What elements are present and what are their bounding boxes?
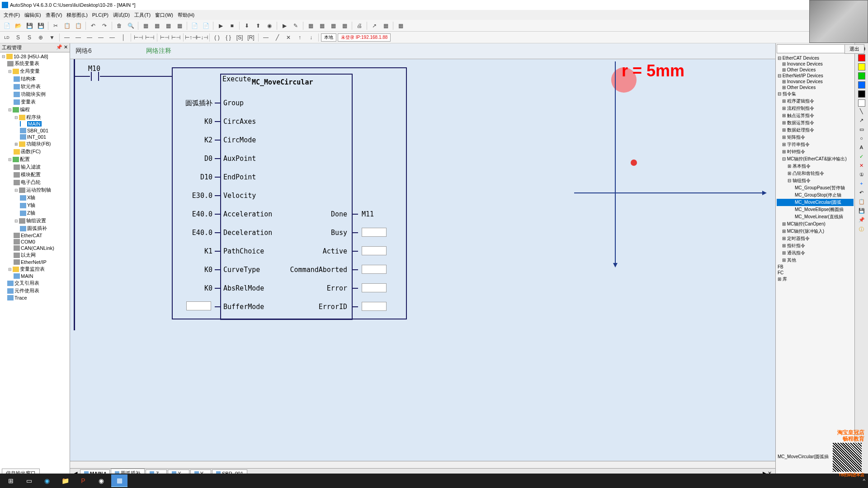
ld-pulse2[interactable]: ⊢↓⊣ [197, 33, 207, 42]
compare-icon[interactable]: ◉ [264, 21, 274, 31]
ld-coil1[interactable]: ( ) [212, 33, 222, 42]
search-icon[interactable]: 🔍 [126, 21, 136, 31]
ld-wire-h3[interactable]: — [85, 33, 94, 42]
upload-icon[interactable]: ⬆ [253, 21, 263, 31]
undo2-icon[interactable]: ↶ [858, 190, 866, 197]
ld-tool2[interactable]: S [13, 33, 23, 42]
ld-tool3[interactable]: S [24, 33, 34, 42]
ld-contact4[interactable]: ⊢⊣ [171, 33, 181, 42]
t5-icon[interactable]: ↗ [369, 21, 379, 31]
cut-icon[interactable]: ✂ [51, 21, 61, 31]
tool3-icon[interactable]: ▦ [163, 21, 173, 31]
ld-contact2[interactable]: ⊢⊣ [145, 33, 155, 42]
plus-icon[interactable]: + [858, 181, 866, 188]
print-icon[interactable]: 🖨 [354, 21, 364, 31]
obs-icon[interactable]: ◉ [93, 474, 109, 487]
menu-file[interactable]: 文件(F) [4, 12, 20, 19]
monitor-icon[interactable]: ▶ [279, 21, 289, 31]
text-tool-icon[interactable]: A [858, 145, 866, 152]
ld-coil2[interactable]: { } [223, 33, 233, 42]
undo-icon[interactable]: ↶ [88, 21, 98, 31]
ld-diag[interactable]: ╱ [272, 33, 282, 42]
tool5-icon[interactable]: 📄 [189, 21, 199, 31]
check-icon[interactable]: ✓ [858, 154, 866, 161]
panel-pin-icon[interactable]: 📌 ✕ [56, 44, 68, 51]
color-green[interactable] [858, 72, 865, 80]
ld-x[interactable]: ✕ [283, 33, 293, 42]
color-white[interactable] [858, 99, 865, 107]
tool-icon[interactable]: ▦ [141, 21, 151, 31]
ld-contact3[interactable]: ⊢⊣ [160, 33, 170, 42]
ladder-editor[interactable]: 网络6 网络注释 M10 Execute MC_MoveCircular 圆弧插… [70, 43, 775, 461]
save2-icon[interactable]: 💾 [858, 208, 866, 215]
menu-view[interactable]: 查看(V) [46, 12, 62, 19]
ld-coil3[interactable]: [S] [235, 33, 245, 42]
tool2-icon[interactable]: ▦ [152, 21, 162, 31]
login-status[interactable]: 未登录 IP:192.168.1.88 [338, 33, 391, 42]
info-icon[interactable]: ⓘ [858, 226, 866, 233]
menu-edit[interactable]: 编辑(E) [24, 12, 41, 19]
network-comment[interactable]: 网络注释 [146, 47, 171, 55]
ld-contact1[interactable]: ⊢⊣ [133, 33, 143, 42]
explorer-icon[interactable]: 📁 [57, 474, 73, 487]
taskview-icon[interactable]: ▭ [21, 474, 37, 487]
t4-icon[interactable]: ▦ [340, 21, 349, 31]
t2-icon[interactable]: ▦ [317, 21, 327, 31]
ld-wire-h[interactable]: — [62, 33, 72, 42]
color-black2[interactable] [858, 90, 865, 98]
redo-icon[interactable]: ↷ [99, 21, 109, 31]
t1-icon[interactable]: ▦ [306, 21, 316, 31]
contact-no[interactable] [89, 72, 101, 81]
t6-icon[interactable]: ▦ [381, 21, 391, 31]
save-icon[interactable]: 💾 [24, 21, 34, 31]
menu-window[interactable]: 窗口(W) [155, 12, 173, 19]
ppt-icon[interactable]: P [75, 474, 91, 487]
local-box[interactable]: 本地 [321, 33, 336, 42]
open-icon[interactable]: 📂 [13, 21, 23, 31]
run-icon[interactable]: ▶ [216, 21, 226, 31]
t3-icon[interactable]: ▦ [328, 21, 338, 31]
project-tree[interactable]: ⊟10-28 [H5U-A8] 系统变量表 ⊟全局变量 结构体 软元件表 功能块… [0, 52, 70, 478]
function-block[interactable]: Execute MC_MoveCircular 圆弧插补GroupK0CircA… [172, 67, 407, 319]
edge-icon[interactable]: ◉ [39, 474, 55, 487]
pin-icon[interactable]: 📌 [858, 217, 866, 224]
ld-wire-v[interactable]: │ [118, 33, 128, 42]
color-red[interactable] [858, 54, 865, 61]
horizontal-scrollbar[interactable] [70, 461, 775, 468]
delete-icon[interactable]: 🗑 [114, 21, 124, 31]
menu-ladder[interactable]: 梯形图(L) [66, 12, 87, 19]
autoshop-taskbar-icon[interactable]: ▦ [111, 474, 127, 487]
color-yellow[interactable] [858, 63, 865, 70]
download-icon[interactable]: ⬇ [242, 21, 252, 31]
ld-tool4[interactable]: ⊕ [36, 33, 46, 42]
tray-up-icon[interactable]: ^ [863, 478, 865, 483]
copy-icon[interactable]: 📋 [62, 21, 72, 31]
instruction-tree[interactable]: ⊟ EtherCAT Devices ⊞ Inovance Devices ⊞ … [776, 54, 854, 284]
menu-tools[interactable]: 工具(T) [134, 12, 151, 19]
start-button[interactable]: ⊞ [3, 474, 19, 487]
arrow-tool-icon[interactable]: ↗ [858, 117, 866, 125]
tool4-icon[interactable]: ▦ [175, 21, 184, 31]
copy2-icon[interactable]: 📋 [858, 199, 866, 206]
rect-tool-icon[interactable]: ▭ [858, 127, 866, 134]
ld-wire-h5[interactable]: — [107, 33, 117, 42]
new-icon[interactable]: 📄 [2, 21, 12, 31]
color-blue[interactable] [858, 81, 865, 89]
circle-tool-icon[interactable]: ○ [858, 136, 866, 143]
ld-wire-h4[interactable]: — [96, 33, 106, 42]
x-icon[interactable]: ✕ [858, 163, 866, 170]
right-search-input[interactable] [777, 44, 854, 53]
tool6-icon[interactable]: 📄 [201, 21, 211, 31]
stop-icon[interactable]: ■ [227, 21, 237, 31]
line-tool-icon[interactable]: ╲ [858, 108, 866, 116]
saveall-icon[interactable]: 💾 [36, 21, 46, 31]
ld-down[interactable]: ↓ [306, 33, 316, 42]
paste-icon[interactable]: 📋 [73, 21, 83, 31]
ld-line[interactable]: — [261, 33, 271, 42]
ld-up[interactable]: ↑ [295, 33, 305, 42]
ld-coil4[interactable]: [R] [246, 33, 256, 42]
menu-plc[interactable]: PLC(P) [92, 12, 108, 18]
ld-tool5[interactable]: ▼ [47, 33, 57, 42]
ld-pulse1[interactable]: ⊢↑⊣ [186, 33, 196, 42]
ld-tool1[interactable]: LD [2, 33, 12, 42]
